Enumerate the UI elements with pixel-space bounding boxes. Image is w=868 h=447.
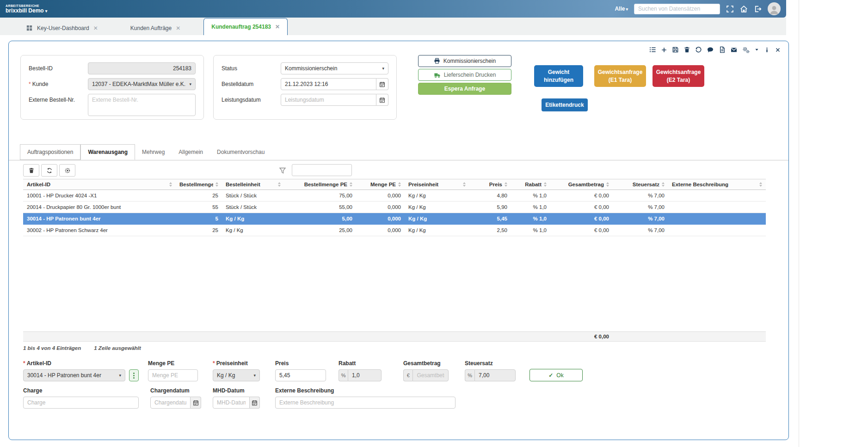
tab-warenausgang[interactable]: Warenausgang — [80, 144, 135, 160]
gewichtsanfrage-e2-button[interactable]: Gewichtsanfrage (E2 Tara) — [653, 65, 704, 87]
sort-icon[interactable] — [463, 182, 466, 187]
leistungsdatum-field[interactable] — [281, 94, 376, 106]
save-icon[interactable] — [672, 45, 679, 54]
document-icon[interactable] — [719, 45, 726, 54]
col-preiseinheit[interactable]: Preiseinheit — [405, 179, 469, 190]
mail-icon[interactable] — [730, 45, 738, 54]
artikel-id-select[interactable]: 30014 - HP Patronen bunt 4er ▾ — [23, 369, 125, 381]
tab-dokumentvorschau[interactable]: Dokumentvorschau — [210, 144, 271, 160]
more-dropdown-icon[interactable] — [754, 45, 759, 54]
top-bar: ARBEITSBEREICHE brixxbill Demo▾ Alle▾ — [0, 0, 786, 18]
rabatt-field[interactable] — [348, 369, 382, 381]
sort-icon[interactable] — [278, 182, 281, 187]
col-bestellmenge-be[interactable]: Bestellmenge BE — [176, 179, 222, 190]
grid-summary: 1 bis 4 von 4 Einträgen 1 Zeile ausgewäh… — [23, 345, 141, 351]
tab-allgemein[interactable]: Allgemein — [172, 144, 210, 160]
kunde-select[interactable]: 12037 - EDEKA-MarktMax Müller e.K. ▾ — [88, 78, 196, 90]
chevron-down-icon: ▾ — [253, 373, 256, 378]
col-menge-pe[interactable]: Menge PE — [356, 179, 405, 190]
col-rabatt[interactable]: Rabatt — [511, 179, 550, 190]
history-icon[interactable] — [695, 45, 702, 54]
externe-beschreibung-label: Externe Beschreibung — [275, 387, 456, 394]
grid-settings-button[interactable] — [59, 164, 75, 177]
chargendatum-field[interactable] — [150, 397, 191, 409]
col-bestelleinheit[interactable]: Bestelleinheit — [222, 179, 284, 190]
charge-field[interactable] — [23, 397, 139, 409]
add-icon[interactable] — [661, 45, 667, 54]
sort-icon[interactable] — [505, 182, 507, 187]
delete-icon[interactable] — [683, 45, 690, 54]
col-artikel-id[interactable]: Artikel-ID — [23, 179, 176, 190]
lieferschein-drucken-button[interactable]: Lieferschein Drucken — [418, 69, 511, 81]
table-row-selected[interactable]: 30014 - HP Patronen bunt 4er5Kg / Kg5,00… — [23, 213, 766, 225]
table-row[interactable]: 20014 - Druckpapier 80 Gr. 1000er bunt55… — [23, 202, 766, 213]
search-scope-dropdown[interactable]: Alle▾ — [615, 6, 628, 12]
col-preis[interactable]: Preis — [469, 179, 511, 190]
status-select[interactable]: Kommissionierschein ▾ — [281, 62, 388, 74]
close-panel-icon[interactable] — [775, 45, 781, 54]
externe-bestellnr-field[interactable] — [88, 94, 196, 116]
calendar-icon[interactable] — [376, 94, 388, 106]
total-gesamtbetrag: € 0,00 — [550, 332, 613, 342]
calendar-icon[interactable] — [191, 397, 201, 409]
preis-field[interactable] — [275, 369, 326, 381]
col-bestellmenge-pe[interactable]: Bestellmenge PE — [284, 179, 356, 190]
col-steuersatz[interactable]: Steuersatz — [613, 179, 668, 190]
close-icon[interactable]: ✕ — [176, 25, 180, 31]
home-icon[interactable] — [740, 5, 748, 13]
sort-icon[interactable] — [169, 182, 172, 187]
warenausgang-table: Artikel-ID Bestellmenge BE Bestelleinhei… — [23, 179, 766, 342]
kommissionierschein-button[interactable]: Kommissionierschein — [418, 55, 511, 67]
viewport-edge-divider — [799, 0, 799, 447]
steuersatz-field[interactable] — [474, 369, 516, 381]
espera-anfrage-button[interactable]: Espera Anfrage — [418, 83, 511, 95]
etikettendruck-button[interactable]: Etikettendruck — [542, 98, 588, 111]
grid-filter-input[interactable] — [292, 164, 352, 176]
sort-icon[interactable] — [544, 182, 547, 187]
user-avatar[interactable] — [768, 2, 781, 15]
sort-icon[interactable] — [215, 182, 218, 187]
more-options-dots-button[interactable] — [129, 369, 139, 381]
gewicht-hinzufuegen-button[interactable]: Gewicht hinzufügen — [534, 65, 583, 87]
col-gesamtbetrag[interactable]: Gesamtbetrag — [550, 179, 613, 190]
tab-kunden-auftraege[interactable]: Kunden Aufträge ✕ — [124, 21, 187, 35]
tab-kundenauftrag-active[interactable]: Kundenauftrag 254183 ✕ — [203, 18, 288, 35]
list-icon[interactable] — [649, 45, 656, 54]
bestell-id-label: Bestell-ID — [29, 62, 88, 74]
calendar-icon[interactable] — [250, 397, 260, 409]
table-row[interactable]: 10001 - HP Drucker 4024 -X125Stück / Stü… — [23, 190, 766, 202]
sort-icon[interactable] — [398, 182, 401, 187]
ok-button[interactable]: ✓ Ok — [529, 369, 583, 381]
sort-icon[interactable] — [759, 182, 762, 187]
calendar-icon[interactable] — [376, 78, 388, 90]
tab-mehrweg[interactable]: Mehrweg — [135, 144, 172, 160]
preiseinheit-select[interactable]: Kg / Kg ▾ — [213, 369, 260, 381]
menge-pe-field[interactable] — [148, 369, 198, 381]
gewichtsanfrage-e1-button[interactable]: Gewichtsanfrage (E1 Tara) — [594, 65, 646, 87]
close-icon[interactable]: ✕ — [275, 24, 280, 30]
workspace-switcher[interactable]: ARBEITSBEREICHE brixxbill Demo▾ — [6, 4, 47, 14]
settings-gears-icon[interactable] — [742, 45, 750, 54]
filter-funnel-icon[interactable] — [279, 166, 286, 174]
kunde-label: *Kunde — [29, 78, 88, 90]
tab-key-user-dashboard[interactable]: Key-User-Dashboard ✕ — [19, 21, 105, 35]
sort-icon[interactable] — [606, 182, 609, 187]
table-row[interactable]: 30002 - HP Patronen Schwarz 4er25Kg / Kg… — [23, 225, 766, 236]
info-icon[interactable] — [764, 45, 770, 54]
col-externe-beschreibung[interactable]: Externe Beschreibung — [668, 179, 766, 190]
global-search-input[interactable] — [634, 4, 720, 14]
bestell-id-field[interactable] — [88, 62, 196, 74]
comment-icon[interactable] — [707, 45, 714, 54]
bestelldatum-field[interactable] — [281, 78, 376, 90]
delete-row-button[interactable] — [23, 164, 39, 177]
logout-icon[interactable] — [754, 5, 762, 13]
fullscreen-icon[interactable] — [726, 5, 734, 13]
externe-beschreibung-field[interactable] — [275, 397, 456, 409]
mhd-datum-field[interactable] — [213, 397, 250, 409]
tab-auftragspositionen[interactable]: Auftragspositionen — [20, 144, 80, 160]
chargendatum-label: Chargendatum — [150, 387, 201, 394]
sort-icon[interactable] — [662, 182, 665, 187]
sort-icon[interactable] — [350, 182, 352, 187]
refresh-button[interactable] — [41, 164, 57, 177]
close-icon[interactable]: ✕ — [93, 25, 98, 31]
